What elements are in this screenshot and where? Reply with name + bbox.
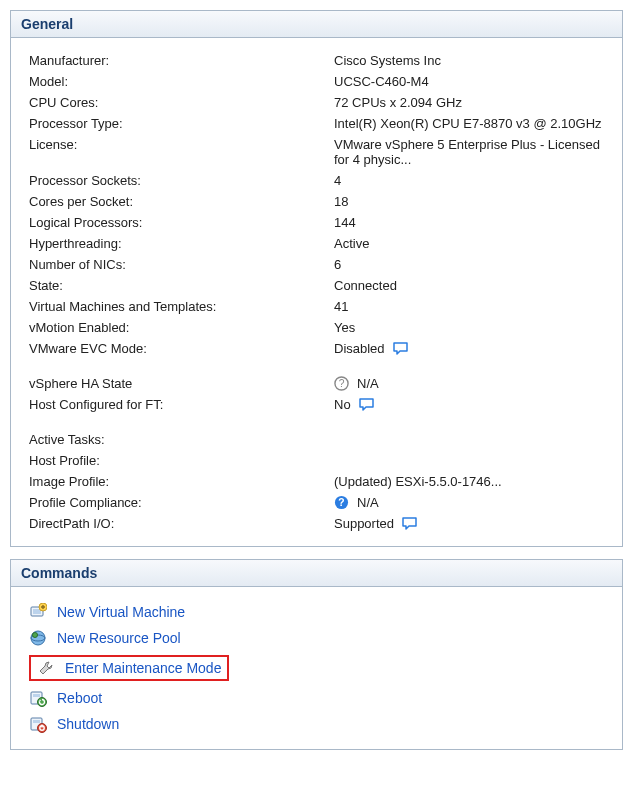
info-label: State: <box>29 278 334 293</box>
info-value: 41 <box>334 299 604 314</box>
info-value: UCSC-C460-M4 <box>334 74 604 89</box>
svg-rect-17 <box>41 725 42 728</box>
info-value <box>334 432 604 447</box>
info-value: Active <box>334 236 604 251</box>
commands-panel: Commands New Virtual MachineNew Resource… <box>10 559 623 750</box>
info-row: License:VMware vSphere 5 Enterprise Plus… <box>29 134 604 170</box>
info-value: No <box>334 397 604 412</box>
info-value-text: 41 <box>334 299 348 314</box>
command-item: New Resource Pool <box>29 625 604 651</box>
commands-panel-header: Commands <box>11 560 622 587</box>
command-item: Shutdown <box>29 711 604 737</box>
info-row: Logical Processors:144 <box>29 212 604 233</box>
info-row: VMware EVC Mode:Disabled <box>29 338 604 359</box>
info-row: Cores per Socket:18 <box>29 191 604 212</box>
speech-bubble-icon[interactable] <box>359 398 375 412</box>
info-value-text: 6 <box>334 257 341 272</box>
info-row: vMotion Enabled:Yes <box>29 317 604 338</box>
info-row: CPU Cores:72 CPUs x 2.094 GHz <box>29 92 604 113</box>
help-icon[interactable]: ? <box>334 495 349 510</box>
svg-rect-11 <box>33 694 40 697</box>
info-label: vSphere HA State <box>29 376 334 391</box>
info-label: License: <box>29 137 334 167</box>
info-row: Model:UCSC-C460-M4 <box>29 71 604 92</box>
info-label: Cores per Socket: <box>29 194 334 209</box>
svg-text:?: ? <box>338 497 344 508</box>
speech-bubble-icon[interactable] <box>393 342 409 356</box>
info-value: (Updated) ESXi-5.5.0-1746... <box>334 474 604 489</box>
info-row: Processor Sockets:4 <box>29 170 604 191</box>
info-label: Processor Sockets: <box>29 173 334 188</box>
general-panel-header: General <box>11 11 622 38</box>
command-link[interactable]: New Resource Pool <box>57 630 181 646</box>
command-link[interactable]: New Virtual Machine <box>57 604 185 620</box>
command-item: Reboot <box>29 685 604 711</box>
info-value: Disabled <box>334 341 604 356</box>
info-row: Hyperthreading:Active <box>29 233 604 254</box>
command-item: New Virtual Machine <box>29 599 604 625</box>
command-link[interactable]: Reboot <box>57 690 102 706</box>
info-value-text: UCSC-C460-M4 <box>334 74 429 89</box>
info-label: Profile Compliance: <box>29 495 334 510</box>
info-label: Hyperthreading: <box>29 236 334 251</box>
speech-bubble-icon[interactable] <box>402 517 418 531</box>
info-row: Number of NICs:6 <box>29 254 604 275</box>
info-value-text: 72 CPUs x 2.094 GHz <box>334 95 462 110</box>
info-value: VMware vSphere 5 Enterprise Plus - Licen… <box>334 137 604 167</box>
info-value-text: Yes <box>334 320 355 335</box>
info-value: Supported <box>334 516 604 531</box>
info-label: Model: <box>29 74 334 89</box>
help-icon[interactable]: ? <box>334 376 349 391</box>
info-value: ?N/A <box>334 376 604 391</box>
general-panel: General Manufacturer:Cisco Systems IncMo… <box>10 10 623 547</box>
command-link[interactable]: Shutdown <box>57 716 119 732</box>
info-value-text: VMware vSphere 5 Enterprise Plus - Licen… <box>334 137 604 167</box>
info-value: Intel(R) Xeon(R) CPU E7-8870 v3 @ 2.10GH… <box>334 116 604 131</box>
info-value-text: Connected <box>334 278 397 293</box>
info-value: Yes <box>334 320 604 335</box>
info-row: Image Profile:(Updated) ESXi-5.5.0-1746.… <box>29 471 604 492</box>
info-label: Manufacturer: <box>29 53 334 68</box>
command-item: Enter Maintenance Mode <box>29 651 604 685</box>
info-value-text: 18 <box>334 194 348 209</box>
info-row: vSphere HA State?N/A <box>29 373 604 394</box>
info-value-text: Supported <box>334 516 394 531</box>
info-value: Connected <box>334 278 604 293</box>
info-value-text: Cisco Systems Inc <box>334 53 441 68</box>
info-value <box>334 453 604 468</box>
info-label: vMotion Enabled: <box>29 320 334 335</box>
info-value: 4 <box>334 173 604 188</box>
info-label: Logical Processors: <box>29 215 334 230</box>
info-value: 144 <box>334 215 604 230</box>
svg-text:?: ? <box>339 378 345 389</box>
info-value-text: N/A <box>357 376 379 391</box>
info-label: Host Configured for FT: <box>29 397 334 412</box>
info-label: Active Tasks: <box>29 432 334 447</box>
info-row: Virtual Machines and Templates:41 <box>29 296 604 317</box>
info-label: Number of NICs: <box>29 257 334 272</box>
info-row: DirectPath I/O:Supported <box>29 513 604 534</box>
info-value-text: No <box>334 397 351 412</box>
info-value-text: 4 <box>334 173 341 188</box>
svg-point-9 <box>33 633 38 638</box>
info-value-text: Active <box>334 236 369 251</box>
info-value-text: 144 <box>334 215 356 230</box>
command-link[interactable]: Enter Maintenance Mode <box>65 660 221 676</box>
maintenance-icon <box>37 659 55 677</box>
new-pool-icon <box>29 629 47 647</box>
info-value: 72 CPUs x 2.094 GHz <box>334 95 604 110</box>
info-row: Profile Compliance:?N/A <box>29 492 604 513</box>
info-row: Processor Type:Intel(R) Xeon(R) CPU E7-8… <box>29 113 604 134</box>
info-row: Active Tasks: <box>29 429 604 450</box>
commands-title: Commands <box>21 565 97 581</box>
reboot-icon <box>29 689 47 707</box>
general-title: General <box>21 16 73 32</box>
info-label: Host Profile: <box>29 453 334 468</box>
info-row: Host Configured for FT:No <box>29 394 604 415</box>
info-label: CPU Cores: <box>29 95 334 110</box>
info-row: State:Connected <box>29 275 604 296</box>
info-value: 6 <box>334 257 604 272</box>
info-label: DirectPath I/O: <box>29 516 334 531</box>
commands-panel-body: New Virtual MachineNew Resource PoolEnte… <box>11 587 622 749</box>
info-value: 18 <box>334 194 604 209</box>
